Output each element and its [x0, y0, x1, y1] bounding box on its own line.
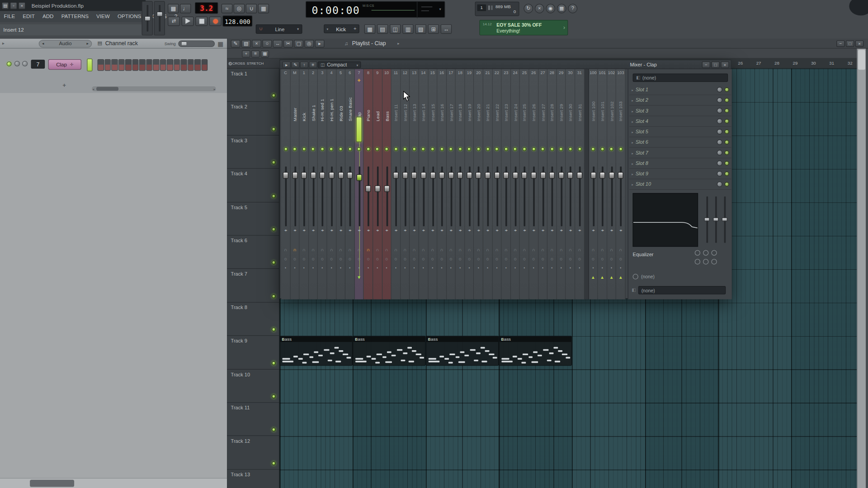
- mixer-strip-22[interactable]: 22Insert 22◂▸∩○•: [492, 69, 501, 299]
- strip-fader[interactable]: [393, 172, 399, 179]
- eq-knob[interactable]: [703, 250, 708, 255]
- eq-low-fader[interactable]: [704, 217, 710, 221]
- mixer-strip-14[interactable]: 14Insert 14◂▸∩○•: [419, 69, 428, 299]
- slot-enable-led[interactable]: [725, 130, 729, 134]
- track-led[interactable]: [272, 328, 276, 332]
- strip-sep-knob[interactable]: ○: [492, 256, 501, 262]
- slot-enable-led[interactable]: [725, 119, 729, 123]
- strip-fader[interactable]: [311, 172, 316, 179]
- mixer-slot[interactable]: ▸Slot 9: [629, 169, 731, 179]
- display-options-icon[interactable]: ▾: [439, 7, 441, 12]
- strip-fader[interactable]: [375, 185, 380, 192]
- pattern-number-box[interactable]: 7: [31, 60, 45, 69]
- strip-send-knob[interactable]: ∩: [382, 247, 391, 252]
- zoom-tool-icon[interactable]: ◎: [304, 40, 314, 47]
- playlist-vscroll-thumb[interactable]: [858, 50, 865, 70]
- strip-mute-led[interactable]: [440, 147, 444, 151]
- strip-mute-led[interactable]: [421, 147, 425, 151]
- strip-pan[interactable]: ◂▸: [547, 228, 556, 232]
- eq-knob[interactable]: [695, 259, 700, 264]
- strip-send-knob[interactable]: ∩: [502, 247, 510, 252]
- slot-mix-knob[interactable]: [717, 118, 722, 124]
- main-volume-slider[interactable]: [142, 1, 152, 35]
- mixer-slot[interactable]: ▸Slot 2: [629, 95, 731, 106]
- mixer-strip-6[interactable]: 6Snare Basic◂▸∩○•: [345, 69, 354, 299]
- track-header[interactable]: Track 1: [227, 69, 279, 102]
- step-edit-icon[interactable]: ▦: [258, 4, 269, 13]
- close-button[interactable]: ×: [855, 40, 863, 47]
- strip-pan[interactable]: ◂▸: [336, 228, 345, 232]
- strip-sep-knob[interactable]: ○: [520, 256, 528, 262]
- strip-sep-knob[interactable]: ○: [281, 256, 290, 262]
- channel-rack-window-icon[interactable]: ◫: [390, 24, 401, 33]
- time-display[interactable]: 0:00:00: [311, 4, 360, 16]
- strip-sep-knob[interactable]: ○: [290, 256, 299, 262]
- snap-selector[interactable]: ∩ Line ▾: [256, 24, 302, 34]
- strip-send-knob[interactable]: ∩: [529, 247, 538, 252]
- menu-patterns[interactable]: PATTERNS: [57, 11, 92, 22]
- strip-pan[interactable]: ◂▸: [290, 228, 299, 232]
- midi-keyboard-icon[interactable]: ▦: [557, 4, 566, 13]
- strip-fader[interactable]: [320, 172, 325, 179]
- select-tool-icon[interactable]: ▢: [294, 40, 303, 47]
- step-cell[interactable]: [174, 59, 180, 71]
- pitch-slider-thumb[interactable]: [157, 12, 163, 17]
- step-cell[interactable]: [132, 59, 138, 71]
- strip-sep-knob[interactable]: ○: [589, 256, 597, 262]
- paint-tool-icon[interactable]: ▧: [241, 40, 251, 47]
- track-led[interactable]: [272, 294, 276, 298]
- slot-mix-knob[interactable]: [717, 182, 722, 187]
- strip-sep-knob[interactable]: ○: [538, 256, 547, 262]
- strip-sep-knob[interactable]: ○: [598, 256, 607, 262]
- strip-pan[interactable]: ◂▸: [428, 228, 437, 232]
- mixer-strip-17[interactable]: 17Insert 17◂▸∩○•: [447, 69, 456, 299]
- slice-tool-icon[interactable]: ✂: [283, 40, 293, 47]
- strip-mute-led[interactable]: [403, 147, 407, 151]
- mixer-strip-28[interactable]: 28Insert 28◂▸∩○•: [547, 69, 557, 299]
- track-led[interactable]: [272, 160, 276, 164]
- strip-fader[interactable]: [439, 172, 444, 179]
- slot-mix-knob[interactable]: [717, 87, 722, 92]
- strip-mute-led[interactable]: [330, 147, 334, 151]
- group-prev-icon[interactable]: ◂: [42, 42, 44, 46]
- strip-send-knob[interactable]: ∩: [428, 247, 437, 252]
- strip-pan[interactable]: ◂▸: [520, 228, 528, 232]
- slip-tool-icon[interactable]: ↔: [273, 40, 283, 47]
- strip-pan[interactable]: ◂▸: [392, 228, 400, 232]
- slot-mix-knob[interactable]: [717, 160, 722, 166]
- strip-fader[interactable]: [329, 172, 334, 179]
- strip-send-knob[interactable]: ∩: [607, 247, 616, 252]
- mixer-strip-4[interactable]: 4Hi-H. pen 1◂▸∩○•: [327, 69, 336, 299]
- strip-send-knob[interactable]: ∩: [589, 247, 597, 252]
- strip-pan[interactable]: ◂▸: [345, 228, 354, 232]
- selected-plugin-box[interactable]: ◧ (none): [633, 74, 728, 82]
- strip-sep-knob[interactable]: ○: [547, 256, 556, 262]
- swing-slider[interactable]: [178, 40, 215, 47]
- mixer-slot[interactable]: ▸Slot 4: [629, 116, 731, 127]
- stop-button[interactable]: [195, 16, 208, 26]
- mixer-strip-1[interactable]: 1Kick◂▸∩○•: [300, 69, 309, 299]
- move-tool-icon[interactable]: +: [242, 50, 250, 57]
- main-pitch-slider[interactable]: [154, 1, 165, 35]
- strip-send-knob[interactable]: ∩: [419, 247, 428, 252]
- minimize-button[interactable]: −: [836, 40, 844, 47]
- mixer-strip-100[interactable]: 100Insert 100◂▸∩○•▲: [589, 69, 598, 299]
- slot-enable-led[interactable]: [725, 98, 729, 103]
- strip-send-knob[interactable]: ∩: [456, 247, 464, 252]
- mixer-layout-selector[interactable]: ◫ Compact ▾: [318, 61, 361, 68]
- strip-pan[interactable]: ◂▸: [447, 228, 455, 232]
- strip-sep-knob[interactable]: ○: [410, 256, 419, 262]
- mixer-strip-18[interactable]: 18Insert 18◂▸∩○•: [456, 69, 465, 299]
- eq-high-fader[interactable]: [722, 217, 727, 221]
- rack-horizontal-scrollbar[interactable]: [0, 478, 227, 488]
- track-header[interactable]: Track 5: [227, 202, 279, 236]
- track-led[interactable]: [272, 127, 276, 131]
- slot-mix-knob[interactable]: [717, 171, 722, 176]
- mixer-slot[interactable]: ▸Slot 3: [629, 106, 731, 116]
- strip-send-knob[interactable]: ∩: [483, 247, 492, 252]
- output-selector[interactable]: (none): [638, 286, 725, 294]
- strip-fader[interactable]: [618, 172, 623, 179]
- strip-pan[interactable]: ◂▸: [410, 228, 419, 232]
- menu-options[interactable]: OPTIONS: [113, 11, 145, 22]
- slot-enable-led[interactable]: [725, 87, 729, 92]
